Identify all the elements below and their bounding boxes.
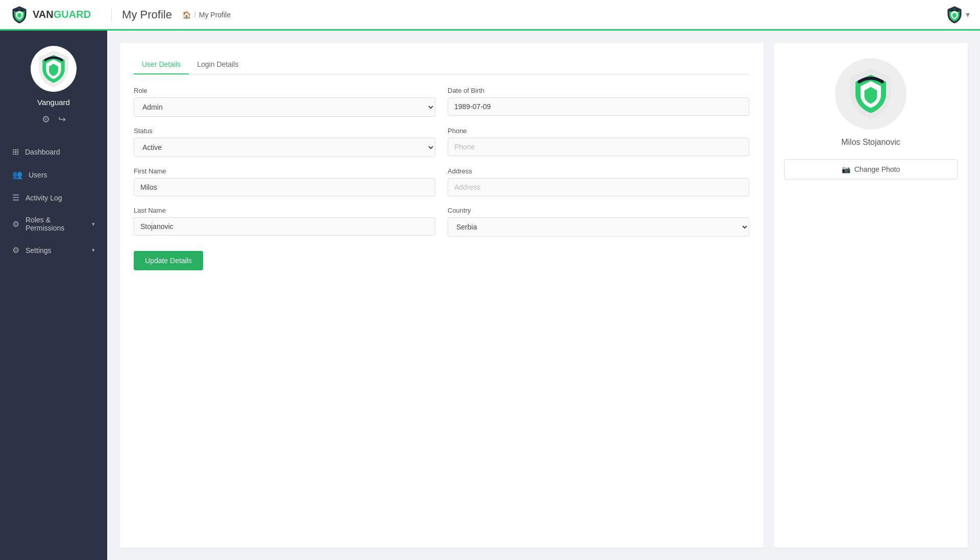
change-photo-label: Change Photo [854,165,900,173]
form-group-role: Role Admin User Moderator [134,87,435,117]
role-select[interactable]: Admin User Moderator [134,97,435,117]
tabs: User Details Login Details [134,55,749,74]
dob-label: Date of Birth [448,87,749,94]
sidebar-item-label: Settings [26,246,52,254]
sidebar-nav: ⊞ Dashboard 👥 Users ☰ Activity Log ⚙ Rol… [0,140,107,262]
firstname-label: First Name [134,167,435,175]
form-group-status: Status Active Inactive [134,127,435,157]
logo: VANGUARD [10,6,91,24]
sidebar-item-label: Users [29,171,47,179]
sidebar-settings-button[interactable]: ⚙ [42,114,50,125]
status-label: Status [134,127,435,135]
sidebar-item-settings[interactable]: ⚙ Settings ▾ [0,239,107,262]
breadcrumb-separator: / [194,11,196,19]
page-title: My Profile [111,8,172,21]
sidebar: Vanguard ⚙ ↪ ⊞ Dashboard 👥 Users ☰ Activ… [0,31,107,560]
form-row-firstname-address: First Name Address [134,167,749,196]
status-select[interactable]: Active Inactive [134,138,435,157]
users-icon: 👥 [12,170,22,180]
address-input[interactable] [448,178,749,196]
form-row-status-phone: Status Active Inactive Phone [134,127,749,157]
main-layout: Vanguard ⚙ ↪ ⊞ Dashboard 👥 Users ☰ Activ… [0,31,980,560]
phone-label: Phone [448,127,749,135]
tab-login-details[interactable]: Login Details [189,55,247,74]
form-group-firstname: First Name [134,167,435,196]
photo-avatar [835,58,906,130]
topbar-left: VANGUARD My Profile 🏠 / My Profile [10,6,231,24]
form-row-lastname-country: Last Name Country Serbia United States U… [134,207,749,237]
form-group-dob: Date of Birth [448,87,749,117]
dob-input[interactable] [448,97,749,116]
change-photo-button[interactable]: 📷 Change Photo [784,159,958,180]
roles-icon: ⚙ [12,219,19,229]
sidebar-item-users[interactable]: 👥 Users [0,163,107,186]
form-row-role-dob: Role Admin User Moderator Date of Birth [134,87,749,117]
sidebar-item-label: Roles & Permissions [26,216,86,232]
sidebar-avatar-icon [33,48,74,89]
sidebar-item-label: Activity Log [26,194,62,202]
firstname-input[interactable] [134,178,435,196]
chevron-down-icon: ▾ [92,221,95,227]
sidebar-logout-button[interactable]: ↪ [58,114,66,125]
breadcrumb: 🏠 / My Profile [182,11,231,19]
lastname-label: Last Name [134,207,435,214]
lastname-input[interactable] [134,217,435,236]
activity-log-icon: ☰ [12,193,19,202]
settings-icon: ⚙ [12,245,19,255]
sidebar-actions: ⚙ ↪ [42,114,66,125]
form-group-address: Address [448,167,749,196]
photo-card: Milos Stojanovic 📷 Change Photo [774,43,968,548]
topbar-dropdown-arrow[interactable]: ▾ [966,10,970,19]
breadcrumb-home-icon[interactable]: 🏠 [182,11,191,19]
country-label: Country [448,207,749,214]
camera-icon: 📷 [842,165,850,173]
form-group-phone: Phone [448,127,749,157]
dashboard-icon: ⊞ [12,147,19,157]
form-group-country: Country Serbia United States United King… [448,207,749,237]
sidebar-item-label: Dashboard [25,148,60,156]
sidebar-item-roles-permissions[interactable]: ⚙ Roles & Permissions ▾ [0,209,107,239]
logo-shield-icon [10,6,29,24]
role-label: Role [134,87,435,94]
sidebar-username: Vanguard [37,98,70,107]
topbar-right: ▾ [945,6,970,24]
phone-input[interactable] [448,138,749,156]
sidebar-item-dashboard[interactable]: ⊞ Dashboard [0,140,107,163]
photo-avatar-icon [843,66,899,122]
country-select[interactable]: Serbia United States United Kingdom Germ… [448,217,749,237]
topbar-logo-icon[interactable] [945,6,964,24]
content-area: User Details Login Details Role Admin Us… [107,31,980,560]
breadcrumb-current: My Profile [199,11,231,19]
chevron-down-icon: ▾ [92,247,95,253]
sidebar-item-activity-log[interactable]: ☰ Activity Log [0,186,107,209]
tab-user-details[interactable]: User Details [134,55,189,74]
profile-card: User Details Login Details Role Admin Us… [119,43,764,548]
address-label: Address [448,167,749,175]
form-group-lastname: Last Name [134,207,435,237]
update-details-button[interactable]: Update Details [134,251,203,270]
photo-username: Milos Stojanovic [841,138,900,147]
sidebar-avatar [31,46,77,92]
topbar: VANGUARD My Profile 🏠 / My Profile ▾ [0,0,980,31]
logo-van: VANGUARD [33,9,91,20]
